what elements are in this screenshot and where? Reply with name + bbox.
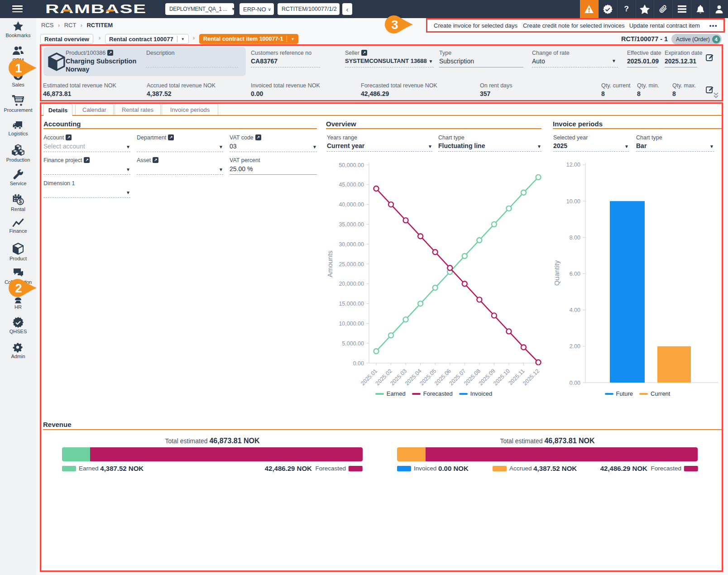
svg-text:$: $ [19, 198, 22, 205]
svg-text:2: 2 [15, 282, 22, 295]
svg-text:RAMBASE: RAMBASE [45, 4, 147, 15]
svg-text:3: 3 [391, 18, 398, 32]
svg-text:1: 1 [15, 62, 22, 75]
